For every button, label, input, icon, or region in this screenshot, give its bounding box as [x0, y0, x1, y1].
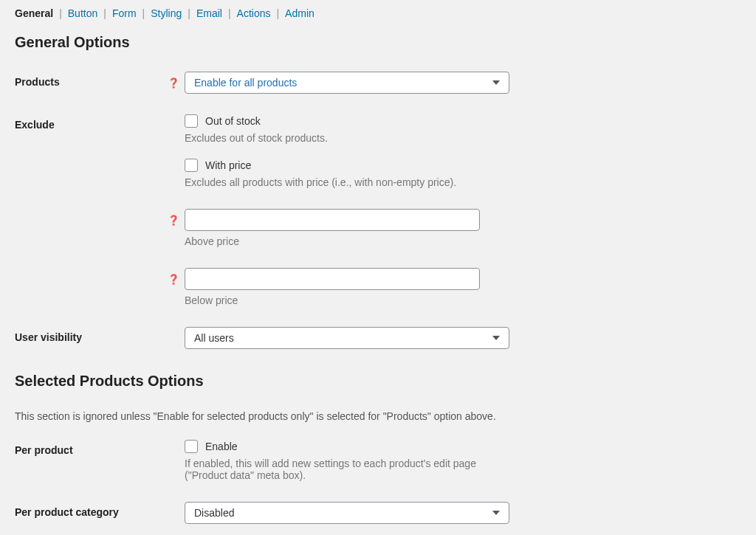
- input-below-price[interactable]: [185, 268, 480, 290]
- input-above-price[interactable]: [185, 209, 480, 231]
- tab-button[interactable]: Button: [68, 7, 97, 19]
- desc-out-of-stock: Excludes out of stock products.: [185, 132, 509, 144]
- chevron-down-icon: [492, 80, 500, 85]
- checkbox-per-product-label: Enable: [205, 441, 238, 452]
- label-per-category: Per product category: [15, 502, 162, 518]
- desc-with-price: Excludes all products with price (i.e., …: [185, 176, 509, 188]
- help-icon[interactable]: ❓: [162, 268, 185, 285]
- label-exclude: Exclude: [15, 114, 162, 131]
- chevron-down-icon: [492, 336, 500, 340]
- label-user-visibility: User visibility: [15, 327, 162, 343]
- select-per-category-value: Disabled: [194, 507, 234, 519]
- select-user-visibility[interactable]: All users: [185, 327, 509, 349]
- section-note-selected: This section is ignored unless "Enable f…: [15, 410, 741, 422]
- select-products-value: Enable for all products: [194, 77, 297, 89]
- checkbox-per-product-enable[interactable]: [185, 440, 198, 453]
- desc-above-price: Above price: [185, 235, 509, 247]
- label-products: Products: [15, 72, 162, 88]
- tab-general[interactable]: General: [15, 7, 53, 19]
- help-icon[interactable]: ❓: [162, 72, 185, 89]
- section-title-general: General Options: [15, 34, 741, 51]
- settings-tabs: General | Button | Form | Styling | Emai…: [15, 7, 741, 19]
- checkbox-out-of-stock[interactable]: [185, 114, 198, 128]
- checkbox-with-price[interactable]: [185, 159, 198, 172]
- select-per-category[interactable]: Disabled: [185, 502, 509, 524]
- help-icon[interactable]: ❓: [162, 209, 185, 226]
- section-title-selected: Selected Products Options: [15, 373, 741, 390]
- tab-form[interactable]: Form: [112, 7, 137, 19]
- desc-below-price: Below price: [185, 294, 509, 306]
- tab-email[interactable]: Email: [196, 7, 222, 19]
- select-products[interactable]: Enable for all products: [185, 72, 509, 94]
- desc-per-product: If enabled, this will add new settings t…: [185, 458, 509, 481]
- tab-styling[interactable]: Styling: [151, 7, 182, 19]
- select-user-visibility-value: All users: [194, 332, 234, 344]
- checkbox-with-price-label: With price: [205, 159, 251, 171]
- label-per-product: Per product: [15, 440, 162, 456]
- tab-actions[interactable]: Actions: [237, 7, 271, 19]
- checkbox-out-of-stock-label: Out of stock: [205, 115, 261, 127]
- tab-admin[interactable]: Admin: [285, 7, 315, 19]
- chevron-down-icon: [492, 511, 500, 515]
